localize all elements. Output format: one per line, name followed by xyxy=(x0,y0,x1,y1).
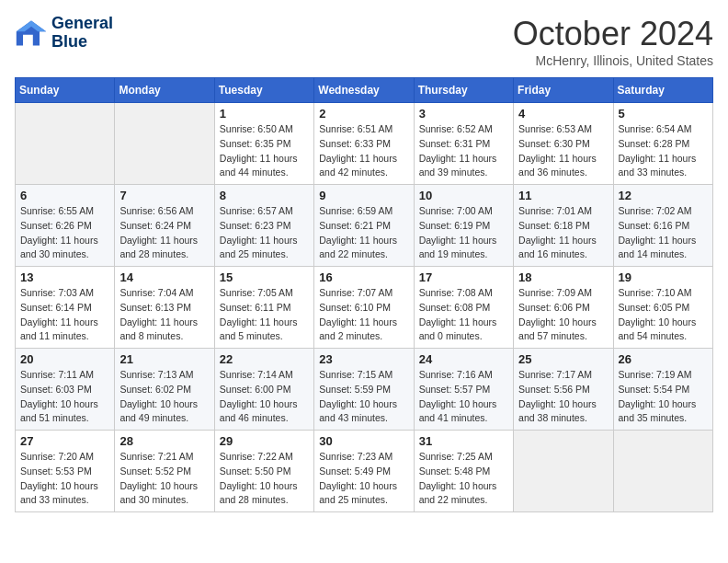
day-info: Sunrise: 7:00 AM Sunset: 6:19 PM Dayligh… xyxy=(419,204,508,262)
day-number: 16 xyxy=(319,270,408,284)
calendar-cell: 13Sunrise: 7:03 AM Sunset: 6:14 PM Dayli… xyxy=(16,267,115,349)
day-info: Sunrise: 6:56 AM Sunset: 6:24 PM Dayligh… xyxy=(119,204,209,262)
calendar-cell: 5Sunrise: 6:54 AM Sunset: 6:28 PM Daylig… xyxy=(613,103,712,185)
day-info: Sunrise: 7:25 AM Sunset: 5:48 PM Dayligh… xyxy=(419,450,508,508)
day-number: 8 xyxy=(220,189,309,202)
weekday-header-friday: Friday xyxy=(514,78,613,103)
day-info: Sunrise: 7:05 AM Sunset: 6:11 PM Dayligh… xyxy=(220,286,309,344)
day-number: 30 xyxy=(319,434,408,448)
calendar-cell: 17Sunrise: 7:08 AM Sunset: 6:08 PM Dayli… xyxy=(414,267,513,349)
weekday-header-wednesday: Wednesday xyxy=(314,78,414,103)
day-number: 24 xyxy=(419,352,508,366)
day-number: 25 xyxy=(518,352,608,366)
day-number: 13 xyxy=(20,270,109,284)
day-number: 20 xyxy=(20,352,109,366)
calendar-cell: 2Sunrise: 6:51 AM Sunset: 6:33 PM Daylig… xyxy=(314,103,414,185)
day-info: Sunrise: 6:55 AM Sunset: 6:26 PM Dayligh… xyxy=(20,204,109,262)
calendar-cell: 30Sunrise: 7:23 AM Sunset: 5:49 PM Dayli… xyxy=(314,431,414,512)
weekday-header-tuesday: Tuesday xyxy=(214,78,313,103)
day-number: 18 xyxy=(518,270,608,284)
day-number: 29 xyxy=(220,434,309,448)
day-number: 3 xyxy=(419,107,508,121)
day-info: Sunrise: 7:07 AM Sunset: 6:10 PM Dayligh… xyxy=(319,286,408,344)
calendar-cell: 24Sunrise: 7:16 AM Sunset: 5:57 PM Dayli… xyxy=(414,349,513,431)
calendar-week-row: 27Sunrise: 7:20 AM Sunset: 5:53 PM Dayli… xyxy=(16,431,713,512)
calendar-week-row: 1Sunrise: 6:50 AM Sunset: 6:35 PM Daylig… xyxy=(16,103,713,185)
location: McHenry, Illinois, United States xyxy=(513,53,713,68)
weekday-header-thursday: Thursday xyxy=(414,78,513,103)
calendar-cell: 22Sunrise: 7:14 AM Sunset: 6:00 PM Dayli… xyxy=(214,349,313,431)
day-number: 1 xyxy=(220,107,309,121)
day-info: Sunrise: 6:50 AM Sunset: 6:35 PM Dayligh… xyxy=(220,122,309,180)
logo-text: General Blue xyxy=(51,15,113,52)
calendar-cell: 9Sunrise: 6:59 AM Sunset: 6:21 PM Daylig… xyxy=(314,185,414,267)
calendar-cell: 19Sunrise: 7:10 AM Sunset: 6:05 PM Dayli… xyxy=(613,267,712,349)
day-number: 19 xyxy=(619,270,708,284)
day-number: 14 xyxy=(119,270,209,284)
calendar-cell xyxy=(613,431,712,512)
calendar-cell: 31Sunrise: 7:25 AM Sunset: 5:48 PM Dayli… xyxy=(414,431,513,512)
day-number: 9 xyxy=(319,189,408,202)
day-info: Sunrise: 7:20 AM Sunset: 5:53 PM Dayligh… xyxy=(20,450,109,508)
calendar-cell: 6Sunrise: 6:55 AM Sunset: 6:26 PM Daylig… xyxy=(16,185,115,267)
day-number: 21 xyxy=(119,352,209,366)
logo-icon xyxy=(15,17,48,50)
day-info: Sunrise: 6:52 AM Sunset: 6:31 PM Dayligh… xyxy=(419,122,508,180)
calendar-cell: 8Sunrise: 6:57 AM Sunset: 6:23 PM Daylig… xyxy=(214,185,313,267)
calendar-week-row: 20Sunrise: 7:11 AM Sunset: 6:03 PM Dayli… xyxy=(16,349,713,431)
calendar-cell: 16Sunrise: 7:07 AM Sunset: 6:10 PM Dayli… xyxy=(314,267,414,349)
day-number: 7 xyxy=(119,189,209,202)
day-info: Sunrise: 7:21 AM Sunset: 5:52 PM Dayligh… xyxy=(119,450,209,508)
calendar-cell: 12Sunrise: 7:02 AM Sunset: 6:16 PM Dayli… xyxy=(613,185,712,267)
weekday-header-saturday: Saturday xyxy=(613,78,712,103)
day-number: 11 xyxy=(518,189,608,202)
calendar-cell: 29Sunrise: 7:22 AM Sunset: 5:50 PM Dayli… xyxy=(214,431,313,512)
month-title: October 2024 xyxy=(513,15,713,53)
day-number: 6 xyxy=(20,189,109,202)
day-info: Sunrise: 7:16 AM Sunset: 5:57 PM Dayligh… xyxy=(419,368,508,426)
day-number: 31 xyxy=(419,434,508,448)
calendar-cell: 20Sunrise: 7:11 AM Sunset: 6:03 PM Dayli… xyxy=(16,349,115,431)
day-info: Sunrise: 6:57 AM Sunset: 6:23 PM Dayligh… xyxy=(220,204,309,262)
calendar-week-row: 13Sunrise: 7:03 AM Sunset: 6:14 PM Dayli… xyxy=(16,267,713,349)
day-info: Sunrise: 7:17 AM Sunset: 5:56 PM Dayligh… xyxy=(518,368,608,426)
day-number: 2 xyxy=(319,107,408,121)
day-info: Sunrise: 7:02 AM Sunset: 6:16 PM Dayligh… xyxy=(619,204,708,262)
calendar-cell: 11Sunrise: 7:01 AM Sunset: 6:18 PM Dayli… xyxy=(514,185,613,267)
calendar-cell: 27Sunrise: 7:20 AM Sunset: 5:53 PM Dayli… xyxy=(16,431,115,512)
calendar-cell: 15Sunrise: 7:05 AM Sunset: 6:11 PM Dayli… xyxy=(214,267,313,349)
calendar-cell: 23Sunrise: 7:15 AM Sunset: 5:59 PM Dayli… xyxy=(314,349,414,431)
calendar-cell: 10Sunrise: 7:00 AM Sunset: 6:19 PM Dayli… xyxy=(414,185,513,267)
day-number: 10 xyxy=(419,189,508,202)
day-info: Sunrise: 7:19 AM Sunset: 5:54 PM Dayligh… xyxy=(619,368,708,426)
calendar-cell: 18Sunrise: 7:09 AM Sunset: 6:06 PM Dayli… xyxy=(514,267,613,349)
calendar-week-row: 6Sunrise: 6:55 AM Sunset: 6:26 PM Daylig… xyxy=(16,185,713,267)
calendar-cell: 25Sunrise: 7:17 AM Sunset: 5:56 PM Dayli… xyxy=(514,349,613,431)
day-info: Sunrise: 7:22 AM Sunset: 5:50 PM Dayligh… xyxy=(220,450,309,508)
calendar-cell: 14Sunrise: 7:04 AM Sunset: 6:13 PM Dayli… xyxy=(115,267,214,349)
calendar-cell xyxy=(115,103,214,185)
calendar-table: SundayMondayTuesdayWednesdayThursdayFrid… xyxy=(15,77,713,512)
day-number: 5 xyxy=(619,107,708,121)
day-info: Sunrise: 7:01 AM Sunset: 6:18 PM Dayligh… xyxy=(518,204,608,262)
logo: General Blue xyxy=(15,15,113,52)
day-info: Sunrise: 7:09 AM Sunset: 6:06 PM Dayligh… xyxy=(518,286,608,344)
day-number: 27 xyxy=(20,434,109,448)
page-header: General Blue October 2024 McHenry, Illin… xyxy=(15,15,713,68)
day-info: Sunrise: 7:15 AM Sunset: 5:59 PM Dayligh… xyxy=(319,368,408,426)
day-info: Sunrise: 7:13 AM Sunset: 6:02 PM Dayligh… xyxy=(119,368,209,426)
calendar-cell: 1Sunrise: 6:50 AM Sunset: 6:35 PM Daylig… xyxy=(214,103,313,185)
calendar-cell: 21Sunrise: 7:13 AM Sunset: 6:02 PM Dayli… xyxy=(115,349,214,431)
day-info: Sunrise: 6:51 AM Sunset: 6:33 PM Dayligh… xyxy=(319,122,408,180)
calendar-cell: 7Sunrise: 6:56 AM Sunset: 6:24 PM Daylig… xyxy=(115,185,214,267)
day-info: Sunrise: 7:11 AM Sunset: 6:03 PM Dayligh… xyxy=(20,368,109,426)
day-info: Sunrise: 6:54 AM Sunset: 6:28 PM Dayligh… xyxy=(619,122,708,180)
day-number: 28 xyxy=(119,434,209,448)
calendar-cell: 26Sunrise: 7:19 AM Sunset: 5:54 PM Dayli… xyxy=(613,349,712,431)
day-info: Sunrise: 7:04 AM Sunset: 6:13 PM Dayligh… xyxy=(119,286,209,344)
day-number: 12 xyxy=(619,189,708,202)
calendar-cell xyxy=(16,103,115,185)
day-info: Sunrise: 7:08 AM Sunset: 6:08 PM Dayligh… xyxy=(419,286,508,344)
day-info: Sunrise: 6:59 AM Sunset: 6:21 PM Dayligh… xyxy=(319,204,408,262)
day-number: 22 xyxy=(220,352,309,366)
